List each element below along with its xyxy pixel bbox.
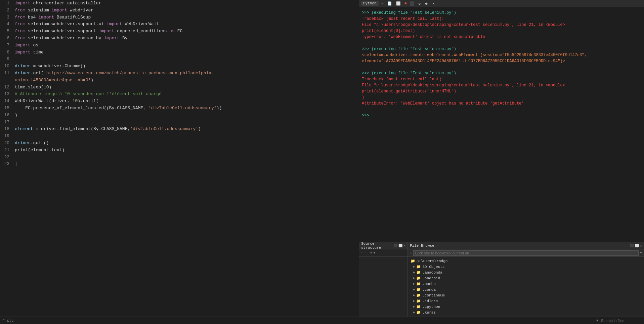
- line-content[interactable]: driver.get('https://www.coteur.com/match…: [13, 70, 359, 77]
- bookmark-star-icon[interactable]: ☆: [410, 251, 412, 255]
- line-content[interactable]: import os: [13, 42, 359, 49]
- folder-icon: 📁: [411, 259, 415, 263]
- line-content[interactable]: import chromedriver_autoinstaller: [13, 0, 359, 7]
- list-item[interactable]: ▶ 📁 .ipython: [408, 304, 644, 310]
- panel-icon-2[interactable]: ⬜: [398, 244, 402, 248]
- source-structure-toolbar: ← → — ≡ ▼: [359, 249, 407, 257]
- line-content[interactable]: element = driver.find_element(By.CLASS_N…: [13, 126, 359, 133]
- line-number: 22: [0, 154, 13, 161]
- line-content: [13, 119, 359, 126]
- file-browser-header: File Browser ⬛ ⬜ ✕: [408, 242, 644, 249]
- nav-back-icon[interactable]: ←: [361, 251, 363, 255]
- list-item[interactable]: ▶ 📁 .android: [408, 275, 644, 281]
- nav-dash-icon[interactable]: —: [367, 251, 369, 255]
- line-content[interactable]: union-1453803#cote&gsc.tab=0'): [13, 77, 359, 84]
- line-content[interactable]: time.sleep(10): [13, 84, 359, 91]
- table-row: 12 time.sleep(10): [0, 84, 359, 91]
- toolbar-icon-skip[interactable]: ⏭: [423, 1, 430, 6]
- list-item[interactable]: ▶ 📁 .keras: [408, 310, 644, 315]
- line-content[interactable]: EC.presence_of_element_located((By.CLASS…: [13, 105, 359, 112]
- list-item[interactable]: ▶ 📁 .conda: [408, 287, 644, 292]
- line-content[interactable]: from selenium.webdriver.common.by import…: [13, 35, 359, 42]
- python-badge[interactable]: Python: [361, 1, 379, 6]
- close-button[interactable]: ●: [404, 1, 407, 6]
- console-block-3: >>> (executing file "Test selenium.py") …: [362, 70, 641, 107]
- toolbar-icon-window[interactable]: ⬜: [395, 1, 402, 6]
- nav-forward-icon[interactable]: →: [364, 251, 366, 255]
- line-number: 17: [0, 119, 13, 126]
- console-error-line: File "c:\users\rodgo\desktop\scraping\co…: [362, 22, 641, 28]
- toolbar-icon-x[interactable]: ✕: [431, 1, 436, 6]
- console-toolbar: Python ✓ 📄 ⬜ ● ⬛ ↺ ⏭ ✕: [359, 0, 644, 7]
- chevron-right-icon: ▶: [413, 305, 415, 309]
- list-item[interactable]: ▶ 📁 .idlerc: [408, 298, 644, 304]
- line-number: 2: [0, 7, 13, 14]
- line-content[interactable]: print(element.text): [13, 147, 359, 154]
- code-lines: 1 import chromedriver_autoinstaller 2 fr…: [0, 0, 359, 168]
- file-browser-icon-x[interactable]: ✕: [640, 244, 642, 248]
- chevron-right-icon: ▶: [413, 299, 415, 303]
- nav-list-icon[interactable]: ≡: [370, 251, 372, 255]
- console-prompt: >>> (executing file "Test selenium.py"): [362, 10, 641, 16]
- table-row: 16 ): [0, 112, 359, 119]
- line-content[interactable]: from selenium.webdriver.support import e…: [13, 28, 359, 35]
- pyc-filter-label: *.pyc: [3, 319, 14, 323]
- line-number: 6: [0, 35, 13, 42]
- table-row: 17: [0, 119, 359, 126]
- line-content: [13, 56, 359, 63]
- main-area: 1 import chromedriver_autoinstaller 2 fr…: [0, 0, 644, 317]
- filter-icon[interactable]: ▼: [596, 319, 598, 323]
- folder-name: .conda: [422, 288, 436, 292]
- console-error-line: Traceback (most recent call last):: [362, 76, 641, 82]
- line-number: 12: [0, 84, 13, 91]
- console-output-line: <selenium.webdriver.remote.webelement.We…: [362, 52, 641, 64]
- line-content[interactable]: |: [13, 161, 359, 168]
- file-browser-icon-1[interactable]: ⬛: [630, 244, 634, 248]
- list-item[interactable]: ▶ 📁 .continuum: [408, 292, 644, 298]
- console-prompt: >>> (executing file "Test selenium.py"): [362, 70, 641, 76]
- list-item[interactable]: ▶ 📁 .cache: [408, 281, 644, 287]
- file-browser-header-icons: ⬛ ⬜ ✕: [630, 244, 642, 248]
- nav-filter-icon[interactable]: ▼: [373, 251, 375, 255]
- panel-icon-3[interactable]: ✕: [403, 244, 405, 248]
- line-content[interactable]: WebDriverWait(driver, 10).until(: [13, 98, 359, 105]
- line-content[interactable]: from selenium import webdriver: [13, 7, 359, 14]
- list-item[interactable]: ▶ 📁 .anaconda: [408, 270, 644, 275]
- line-content[interactable]: from bs4 import BeautifulSoup: [13, 14, 359, 21]
- file-path: 📁 C:\Users\rodgo: [408, 258, 644, 264]
- chevron-right-icon: ▶: [413, 288, 415, 291]
- line-content[interactable]: import time: [13, 49, 359, 56]
- source-structure-title: Source structure: [361, 242, 393, 250]
- table-row: 1 import chromedriver_autoinstaller: [0, 0, 359, 7]
- folder-name: .keras: [422, 311, 436, 315]
- table-row: 6 from selenium.webdriver.common.by impo…: [0, 35, 359, 42]
- bookmark-input[interactable]: [413, 250, 639, 256]
- dropdown-arrow-icon[interactable]: ▼: [640, 251, 642, 255]
- console-content[interactable]: >>> (executing file "Test selenium.py") …: [359, 7, 644, 242]
- line-content[interactable]: from selenium.webdriver.support.ui impor…: [13, 21, 359, 28]
- folder-icon: 📁: [416, 293, 421, 297]
- table-row: 23 |: [0, 161, 359, 168]
- line-content: [13, 154, 359, 161]
- folder-icon: 📁: [416, 287, 421, 292]
- line-content[interactable]: ): [13, 112, 359, 119]
- line-content[interactable]: # Attendre jusqu'à 10 secondes que l'élé…: [13, 91, 359, 98]
- table-row: 7 import os: [0, 42, 359, 49]
- list-item[interactable]: ▶ 📁 3D Objects: [408, 264, 644, 270]
- search-files-input[interactable]: [601, 319, 641, 323]
- table-row: 15 EC.presence_of_element_located((By.CL…: [0, 105, 359, 112]
- table-row: 9: [0, 56, 359, 63]
- line-content[interactable]: driver = webdriver.Chrome(): [13, 63, 359, 70]
- panel-icon-1[interactable]: ⬛: [393, 244, 397, 248]
- line-number: 7: [0, 42, 13, 49]
- folder-icon: 📁: [416, 310, 421, 315]
- toolbar-icon-file[interactable]: 📄: [386, 1, 393, 6]
- file-browser-icon-2[interactable]: ⬜: [635, 244, 639, 248]
- toolbar-icon-check[interactable]: ✓: [380, 1, 385, 6]
- toolbar-icon-rerun[interactable]: ↺: [417, 1, 422, 6]
- chevron-right-icon: ▶: [413, 293, 415, 297]
- toolbar-icon-stop[interactable]: ⬛: [409, 1, 416, 6]
- table-row: 19: [0, 133, 359, 140]
- line-content[interactable]: driver.quit(): [13, 140, 359, 147]
- file-browser-toolbar: ☆ ▼: [408, 249, 644, 257]
